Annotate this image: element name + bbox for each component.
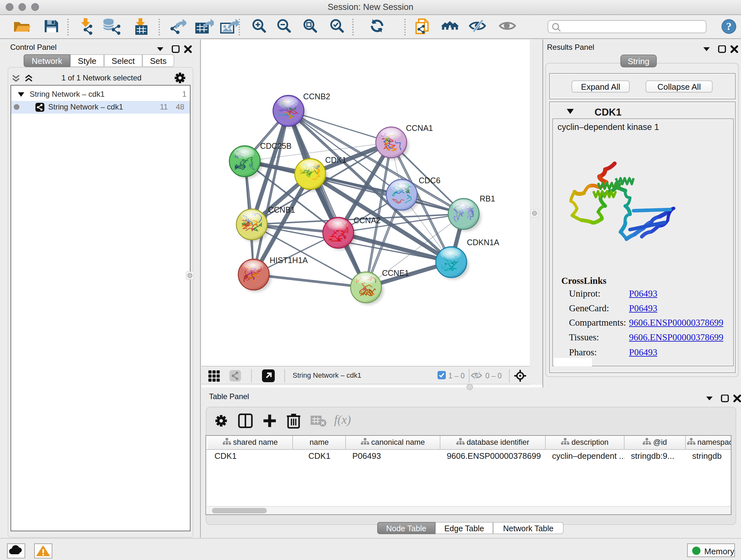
svg-text:?: ? <box>726 20 732 32</box>
svg-text:CDC25B: CDC25B <box>260 141 292 150</box>
svg-text:CCNA2: CCNA2 <box>354 216 381 225</box>
svg-text:CDC6: CDC6 <box>419 176 441 185</box>
svg-text:CDKN1A: CDKN1A <box>467 238 499 247</box>
svg-text:CDK1: CDK1 <box>325 155 347 165</box>
svg-text:CCNE1: CCNE1 <box>382 268 409 277</box>
svg-text:HIST1H1A: HIST1H1A <box>270 256 308 265</box>
svg-text:CCNB1: CCNB1 <box>268 205 295 214</box>
svg-text:RB1: RB1 <box>480 194 495 203</box>
svg-text:CCNA1: CCNA1 <box>406 124 433 132</box>
svg-text:CCNB2: CCNB2 <box>303 92 330 101</box>
